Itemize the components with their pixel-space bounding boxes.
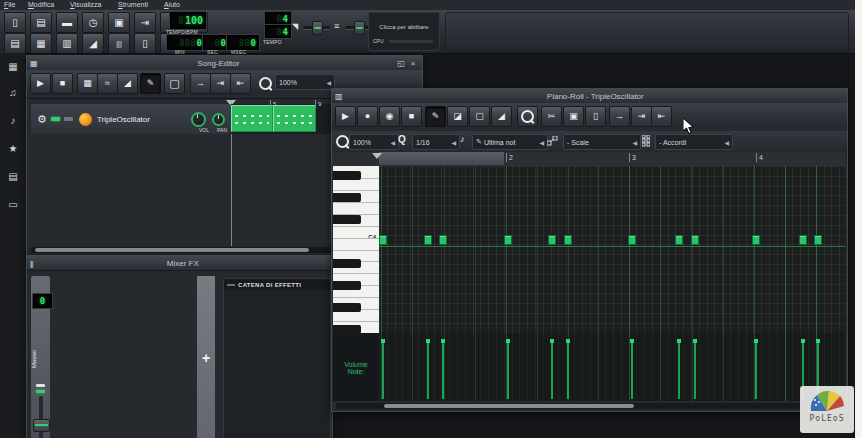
draw-mode-button[interactable]: ✎ (140, 73, 161, 94)
black-key[interactable] (333, 193, 361, 202)
black-key[interactable] (333, 171, 361, 180)
rewind-button[interactable]: ⇤ (230, 73, 251, 94)
tempo-lcd[interactable]: 8 100 (170, 12, 206, 29)
track-solo-led[interactable] (64, 117, 73, 121)
midi-note[interactable] (691, 235, 699, 245)
midi-note[interactable] (814, 235, 822, 245)
velocity-handle[interactable] (567, 342, 569, 399)
effects-chain-header[interactable]: CATENA DI EFFETTI (224, 279, 330, 290)
track-gear-icon[interactable]: ⚙ (37, 113, 47, 126)
piano-keyboard[interactable]: C4 (333, 166, 379, 333)
mixer-titlebar[interactable]: ||| Mixer FX (27, 256, 332, 271)
velocity-handle[interactable] (755, 342, 757, 399)
add-automation-track-button[interactable]: ◢ (117, 73, 138, 94)
velocity-handle[interactable] (442, 342, 444, 399)
add-channel-button[interactable]: + (197, 276, 215, 438)
velocity-handle[interactable] (631, 342, 633, 399)
track-mute-led[interactable] (51, 117, 60, 121)
midi-note[interactable] (504, 235, 512, 245)
cpu-panel[interactable]: Clicca per abilitare CPU (368, 12, 440, 51)
select-mode-button[interactable]: ▢ (469, 106, 490, 127)
midi-note[interactable] (424, 235, 432, 245)
record-button[interactable]: ● (357, 106, 378, 127)
export-project-icon[interactable]: ⇥ (134, 12, 156, 33)
open-project-icon[interactable]: ▬ (56, 12, 78, 33)
velocity-handle[interactable] (678, 342, 680, 399)
black-key[interactable] (333, 259, 361, 268)
midi-note[interactable] (564, 235, 572, 245)
black-key[interactable] (333, 281, 361, 290)
root-directory-icon[interactable]: ▤ (5, 168, 21, 184)
velocity-handle[interactable] (427, 342, 429, 399)
quantize-dropdown[interactable]: 1/16 ◀ (412, 134, 460, 150)
new-from-template-icon[interactable]: ▤ (30, 12, 52, 33)
cut-button[interactable]: ✂ (541, 106, 562, 127)
pan-knob[interactable] (212, 113, 225, 126)
new-project-icon[interactable]: ▯ (4, 12, 26, 33)
computer-icon[interactable]: ▭ (5, 196, 21, 212)
record-while-playing-button[interactable]: ◉ (379, 106, 400, 127)
scale-dropdown[interactable]: - Scale ◀ (563, 134, 641, 150)
master-channel-strip[interactable]: 0 Master (31, 276, 50, 438)
master-volume-handle[interactable] (312, 21, 323, 35)
close-button[interactable]: × (407, 59, 419, 68)
song-editor-toggle-icon[interactable]: ▤ (4, 33, 26, 54)
menu-file[interactable]: File (4, 0, 15, 10)
menu-strumenti[interactable]: Strumenti (118, 0, 148, 10)
pattern-segment[interactable] (231, 105, 273, 132)
song-editor-titlebar[interactable]: ▦ Song-Editor ◱ × (27, 56, 422, 71)
save-project-icon[interactable]: ▣ (108, 12, 130, 33)
volume-knob[interactable] (191, 112, 206, 127)
samples-icon[interactable]: ♫ (5, 84, 21, 100)
piano-roll-playhead-marker[interactable] (372, 153, 382, 159)
note-grid[interactable] (379, 166, 845, 333)
copy-button[interactable]: ▣ (563, 106, 584, 127)
instrument-icon[interactable] (79, 113, 92, 126)
play-button[interactable]: ▶ (335, 106, 356, 127)
velocity-handle[interactable] (507, 342, 509, 399)
piano-roll-scrollbar-thumb[interactable] (384, 404, 634, 408)
pattern-segment[interactable] (273, 105, 316, 132)
chord-dropdown[interactable]: - Accordi ◀ (655, 134, 733, 150)
edit-mode-button[interactable]: ▢ (164, 73, 185, 94)
automation-editor-toggle-icon[interactable]: ◢ (82, 33, 104, 54)
midi-note[interactable] (675, 235, 683, 245)
piano-roll-timeline[interactable]: 234 (332, 152, 845, 167)
midi-note[interactable] (628, 235, 636, 245)
timesig-numerator-lcd[interactable]: 8 4 (265, 12, 291, 25)
piano-roll-toggle-icon[interactable]: ▥ (56, 33, 78, 54)
piano-roll-scrollbar[interactable] (336, 403, 841, 409)
project-notes-toggle-icon[interactable]: ▯ (134, 33, 156, 54)
black-key[interactable] (333, 215, 361, 224)
home-icon[interactable]: ★ (5, 140, 21, 156)
master-pitch-handle[interactable] (354, 21, 365, 35)
midi-note[interactable] (548, 235, 556, 245)
stop-button[interactable]: ■ (401, 106, 422, 127)
end-button[interactable]: ⇥ (631, 106, 652, 127)
zoom-tool-button[interactable] (517, 106, 538, 127)
note-length-dropdown[interactable]: ✎ Ultima not ◀ (472, 134, 548, 150)
piano-roll-titlebar[interactable]: ▥ Piano-Roll - TripleOscillator (332, 89, 847, 104)
rewind-button[interactable]: ⇤ (651, 106, 672, 127)
zoom-level-dropdown[interactable]: 100% ◀ (349, 134, 399, 150)
detune-mode-button[interactable]: ◢ (491, 106, 512, 127)
menu-modifica[interactable]: Modifica (28, 0, 54, 10)
master-fader-handle[interactable] (33, 419, 50, 432)
velocity-editor[interactable] (379, 333, 845, 401)
fx-mixer-toggle-icon[interactable]: ||| (108, 33, 130, 54)
add-sample-track-button[interactable]: ≈ (97, 73, 118, 94)
bb-editor-toggle-icon[interactable]: ▦ (30, 33, 52, 54)
timesig-denominator-lcd[interactable]: 8 4 (265, 25, 291, 38)
midi-note[interactable] (752, 235, 760, 245)
menu-aiuto[interactable]: Aiuto (164, 0, 180, 10)
presets-icon[interactable]: ♪ (5, 112, 21, 128)
zoom-level-dropdown[interactable]: 100% ◀ (275, 74, 335, 90)
black-key[interactable] (333, 303, 361, 312)
next-button[interactable]: → (190, 73, 211, 94)
recent-projects-icon[interactable]: ◷ (82, 12, 104, 33)
velocity-handle[interactable] (551, 342, 553, 399)
menu-visualizza[interactable]: Visualizza (70, 0, 101, 10)
end-button[interactable]: ⇥ (210, 73, 231, 94)
add-bb-track-button[interactable]: ▦ (77, 73, 98, 94)
velocity-handle[interactable] (382, 342, 384, 399)
